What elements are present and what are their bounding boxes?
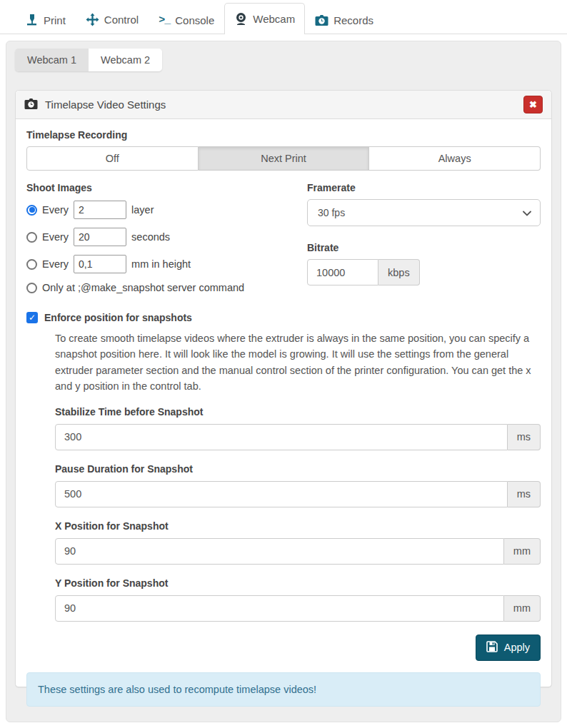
timelapse-settings-panel: Timelapse Video Settings ✖ Timelapse Rec… — [15, 90, 552, 687]
main-tabbar: Print Control >_ Console — [0, 0, 567, 34]
pause-duration-label: Pause Duration for Snapshot — [55, 463, 541, 475]
encode-settings-section: Framerate 30 fps Bitrate kbps — [307, 182, 541, 302]
tab-records[interactable]: Records — [305, 6, 383, 34]
enforce-position-description: To create smooth timelapse videos where … — [55, 330, 533, 395]
enforce-position-row: ✓ Enforce position for snapshots — [26, 312, 541, 323]
bitrate-input[interactable] — [307, 259, 378, 285]
enforce-position-label: Enforce position for snapshots — [44, 312, 192, 323]
layer-interval-input[interactable] — [74, 201, 126, 219]
subtab-label: Webcam 2 — [101, 54, 150, 66]
enforce-position-checkbox[interactable]: ✓ — [26, 312, 38, 323]
bitrate-unit: kbps — [378, 259, 420, 285]
tab-print[interactable]: Print — [16, 5, 76, 34]
tab-label: Webcam — [253, 13, 295, 25]
y-position-field: Y Position for Snapshot mm — [55, 577, 541, 622]
radio-prefix: Only at ;@make_snapshot server command — [42, 282, 244, 293]
height-interval-input[interactable] — [74, 255, 126, 273]
tab-label: Records — [333, 14, 373, 26]
radio-every-mm[interactable] — [26, 259, 37, 270]
shoot-option-layer: Every layer — [26, 201, 280, 219]
print-icon — [26, 14, 39, 26]
webcam-icon — [234, 12, 248, 26]
recording-next-print-button[interactable]: Next Print — [199, 146, 370, 171]
radio-prefix: Every — [42, 204, 69, 216]
x-position-label: X Position for Snapshot — [55, 520, 541, 532]
framerate-select[interactable]: 30 fps — [307, 199, 541, 226]
radio-every-layer[interactable] — [26, 205, 37, 216]
tab-control[interactable]: Control — [76, 4, 149, 34]
webcam-tab-content: Webcam 1 Webcam 2 Timelapse Video Settin… — [6, 41, 561, 722]
tab-label: Control — [104, 14, 139, 26]
control-icon — [86, 13, 99, 26]
recording-off-button[interactable]: Off — [26, 146, 199, 171]
console-icon: >_ — [159, 14, 170, 26]
stabilize-time-label: Stabilize Time before Snapshot — [55, 406, 541, 418]
records-icon — [315, 14, 328, 26]
recompute-note-alert: These settings are also used to recomput… — [26, 672, 541, 707]
apply-button[interactable]: Apply — [476, 635, 541, 661]
shoot-option-command: Only at ;@make_snapshot server command — [26, 282, 280, 293]
stabilize-time-field: Stabilize Time before Snapshot ms — [55, 406, 541, 450]
tab-console[interactable]: >_ Console — [149, 6, 224, 34]
shoot-images-section: Shoot Images Every layer Every seconds — [26, 182, 280, 302]
radio-prefix: Every — [42, 258, 69, 270]
y-position-input[interactable] — [55, 595, 504, 622]
recording-mode-group: Off Next Print Always — [26, 146, 541, 171]
close-icon[interactable]: ✖ — [523, 96, 543, 113]
panel-body: Timelapse Recording Off Next Print Alway… — [16, 119, 551, 717]
tab-label: Print — [44, 14, 66, 26]
subtab-webcam-2[interactable]: Webcam 2 — [89, 49, 162, 71]
radio-prefix: Every — [42, 231, 69, 243]
timelapse-recording-label: Timelapse Recording — [26, 129, 541, 141]
framerate-label: Framerate — [307, 182, 541, 193]
panel-title: Timelapse Video Settings — [24, 98, 166, 112]
panel-title-text: Timelapse Video Settings — [45, 98, 166, 111]
tab-label: Console — [175, 14, 214, 26]
x-position-field: X Position for Snapshot mm — [55, 520, 541, 565]
panel-header: Timelapse Video Settings ✖ — [16, 91, 551, 119]
shoot-option-seconds: Every seconds — [26, 228, 280, 246]
shoot-option-height: Every mm in height — [26, 255, 280, 273]
apply-row: Apply — [26, 635, 541, 661]
x-position-unit: mm — [504, 538, 541, 565]
bitrate-label: Bitrate — [307, 242, 541, 253]
radio-server-command[interactable] — [26, 283, 37, 293]
bitrate-group: kbps — [307, 259, 541, 285]
shoot-images-label: Shoot Images — [26, 182, 280, 193]
stabilize-time-unit: ms — [508, 424, 541, 450]
chevron-down-icon — [523, 207, 531, 218]
seconds-interval-input[interactable] — [74, 228, 126, 246]
radio-suffix: layer — [131, 204, 154, 216]
recording-always-button[interactable]: Always — [369, 146, 541, 171]
pause-duration-input[interactable] — [55, 481, 508, 507]
pause-duration-field: Pause Duration for Snapshot ms — [55, 463, 541, 507]
stabilize-time-input[interactable] — [55, 424, 508, 450]
y-position-label: Y Position for Snapshot — [55, 577, 541, 589]
radio-suffix: mm in height — [131, 258, 191, 270]
save-icon — [486, 641, 498, 654]
radio-every-seconds[interactable] — [26, 232, 37, 243]
webcam-subtabs: Webcam 1 Webcam 2 — [15, 49, 162, 71]
timelapse-camera-icon — [24, 98, 38, 112]
subtab-label: Webcam 1 — [27, 54, 76, 66]
radio-suffix: seconds — [131, 231, 170, 243]
tab-webcam[interactable]: Webcam — [224, 3, 305, 34]
pause-duration-unit: ms — [508, 481, 541, 507]
subtab-webcam-1[interactable]: Webcam 1 — [15, 49, 89, 71]
framerate-value: 30 fps — [318, 207, 345, 218]
apply-label: Apply — [504, 642, 530, 653]
x-position-input[interactable] — [55, 538, 504, 565]
y-position-unit: mm — [504, 595, 541, 622]
